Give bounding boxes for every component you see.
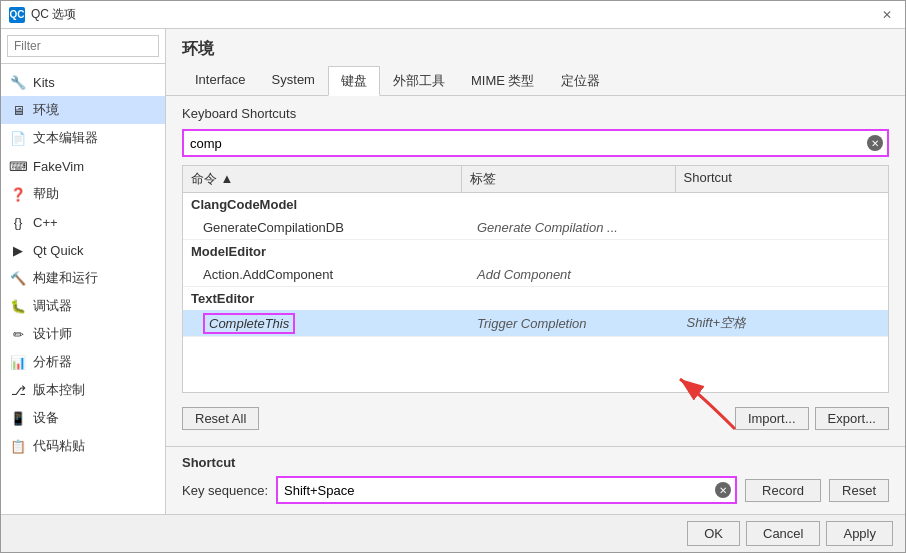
- sidebar-item-qt_quick[interactable]: ▶Qt Quick: [1, 236, 165, 264]
- search-row: ✕: [182, 129, 889, 157]
- cancel-button[interactable]: Cancel: [746, 521, 820, 546]
- code_snippets-icon: 📋: [9, 437, 27, 455]
- tab-external_tools[interactable]: 外部工具: [380, 66, 458, 95]
- tab-locator[interactable]: 定位器: [548, 66, 613, 95]
- titlebar-controls: ✕: [877, 5, 897, 25]
- window-title: QC 选项: [31, 6, 76, 23]
- sidebar-item-help[interactable]: ❓帮助: [1, 180, 165, 208]
- shortcut-section: Shortcut Key sequence: ✕ Record Reset: [166, 446, 905, 514]
- filter-input[interactable]: [7, 35, 159, 57]
- sidebar-item-cpp[interactable]: {}C++: [1, 208, 165, 236]
- shortcut-section-label: Shortcut: [182, 455, 889, 470]
- search-clear-icon[interactable]: ✕: [867, 135, 883, 151]
- sidebar-item-label: 构建和运行: [33, 269, 98, 287]
- key-sequence-label: Key sequence:: [182, 483, 268, 498]
- device-icon: 📱: [9, 409, 27, 427]
- sidebar-item-label: C++: [33, 215, 58, 230]
- export-button[interactable]: Export...: [815, 407, 889, 430]
- sidebar-item-analyzer[interactable]: 📊分析器: [1, 348, 165, 376]
- td-command: Action.AddComponent: [183, 263, 469, 286]
- sidebar: 🔧Kits🖥环境📄文本编辑器⌨FakeVim❓帮助{}C++▶Qt Quick🔨…: [1, 29, 166, 514]
- search-input[interactable]: [184, 131, 887, 155]
- titlebar: QC QC 选项 ✕: [1, 1, 905, 29]
- table-row[interactable]: CompleteThisTrigger CompletionShift+空格: [183, 310, 888, 337]
- table-row[interactable]: Action.AddComponentAdd Component: [183, 263, 888, 287]
- sidebar-item-label: 帮助: [33, 185, 59, 203]
- kits-icon: 🔧: [9, 73, 27, 91]
- sidebar-item-label: 文本编辑器: [33, 129, 98, 147]
- debugger-icon: 🐛: [9, 297, 27, 315]
- tab-mime_types[interactable]: MIME 类型: [458, 66, 548, 95]
- env-icon: 🖥: [9, 101, 27, 119]
- td-shortcut: [679, 224, 889, 232]
- sidebar-item-label: FakeVim: [33, 159, 84, 174]
- key-sequence-row: Key sequence: ✕ Record Reset: [182, 476, 889, 504]
- key-sequence-clear-icon[interactable]: ✕: [715, 482, 731, 498]
- panel-title: 环境: [166, 29, 905, 66]
- th-shortcut: Shortcut: [676, 166, 889, 192]
- table-row[interactable]: GenerateCompilationDBGenerate Compilatio…: [183, 216, 888, 240]
- close-button[interactable]: ✕: [877, 5, 897, 25]
- shortcuts-area: Keyboard Shortcuts ✕ 命令 ▲ 标签 Sh: [166, 96, 905, 446]
- sidebar-item-device[interactable]: 📱设备: [1, 404, 165, 432]
- sidebar-item-text_editor[interactable]: 📄文本编辑器: [1, 124, 165, 152]
- import-export-group: Import... Export...: [735, 407, 889, 430]
- record-button[interactable]: Record: [745, 479, 821, 502]
- reset-shortcut-button[interactable]: Reset: [829, 479, 889, 502]
- table-body: ClangCodeModelGenerateCompilationDBGener…: [183, 193, 888, 337]
- td-command: CompleteThis: [183, 312, 469, 335]
- build_run-icon: 🔨: [9, 269, 27, 287]
- key-sequence-input-wrapper: ✕: [276, 476, 737, 504]
- td-tag: Generate Compilation ...: [469, 216, 679, 239]
- th-command: 命令 ▲: [183, 166, 462, 192]
- td-command: GenerateCompilationDB: [183, 216, 469, 239]
- th-tag: 标签: [462, 166, 676, 192]
- import-button[interactable]: Import...: [735, 407, 809, 430]
- table-group-header: ModelEditor: [183, 240, 888, 263]
- sidebar-item-label: 设计师: [33, 325, 72, 343]
- filter-box: [1, 29, 165, 64]
- tab-system[interactable]: System: [259, 66, 328, 95]
- td-shortcut: Shift+空格: [679, 310, 889, 336]
- td-tag: Add Component: [469, 263, 679, 286]
- content-area: 🔧Kits🖥环境📄文本编辑器⌨FakeVim❓帮助{}C++▶Qt Quick🔨…: [1, 29, 905, 514]
- apply-button[interactable]: Apply: [826, 521, 893, 546]
- main-panel: 环境 InterfaceSystem键盘外部工具MIME 类型定位器 Keybo…: [166, 29, 905, 514]
- key-sequence-input[interactable]: [278, 478, 715, 502]
- table-group-header: TextEditor: [183, 287, 888, 310]
- table-group-header: ClangCodeModel: [183, 193, 888, 216]
- sidebar-item-label: Kits: [33, 75, 55, 90]
- sidebar-item-designer[interactable]: ✏设计师: [1, 320, 165, 348]
- sidebar-item-env[interactable]: 🖥环境: [1, 96, 165, 124]
- sidebar-item-build_run[interactable]: 🔨构建和运行: [1, 264, 165, 292]
- sidebar-item-label: 版本控制: [33, 381, 85, 399]
- main-window: QC QC 选项 ✕ 🔧Kits🖥环境📄文本编辑器⌨FakeVim❓帮助{}C+…: [0, 0, 906, 553]
- sidebar-item-debugger[interactable]: 🐛调试器: [1, 292, 165, 320]
- td-tag: Trigger Completion: [469, 312, 679, 335]
- shortcut-table: 命令 ▲ 标签 Shortcut ClangCodeModelGenerateC…: [182, 165, 889, 393]
- table-header: 命令 ▲ 标签 Shortcut: [183, 166, 888, 193]
- designer-icon: ✏: [9, 325, 27, 343]
- reset-all-button[interactable]: Reset All: [182, 407, 259, 430]
- help-icon: ❓: [9, 185, 27, 203]
- reset-export-row: Reset All Import... Export...: [182, 401, 889, 436]
- sidebar-item-label: 调试器: [33, 297, 72, 315]
- sidebar-item-kits[interactable]: 🔧Kits: [1, 68, 165, 96]
- sidebar-item-version_control[interactable]: ⎇版本控制: [1, 376, 165, 404]
- version_control-icon: ⎇: [9, 381, 27, 399]
- analyzer-icon: 📊: [9, 353, 27, 371]
- sidebar-item-code_snippets[interactable]: 📋代码粘贴: [1, 432, 165, 460]
- shortcuts-section-label: Keyboard Shortcuts: [182, 106, 889, 121]
- sidebar-item-label: 代码粘贴: [33, 437, 85, 455]
- td-shortcut: [679, 271, 889, 279]
- fakevim-icon: ⌨: [9, 157, 27, 175]
- tab-interface[interactable]: Interface: [182, 66, 259, 95]
- tabs-row: InterfaceSystem键盘外部工具MIME 类型定位器: [166, 66, 905, 96]
- sidebar-item-label: 环境: [33, 101, 59, 119]
- sidebar-item-fakevim[interactable]: ⌨FakeVim: [1, 152, 165, 180]
- titlebar-title: QC QC 选项: [9, 6, 76, 23]
- cpp-icon: {}: [9, 213, 27, 231]
- ok-button[interactable]: OK: [687, 521, 740, 546]
- tab-keyboard[interactable]: 键盘: [328, 66, 380, 96]
- bottom-bar: OK Cancel Apply: [1, 514, 905, 552]
